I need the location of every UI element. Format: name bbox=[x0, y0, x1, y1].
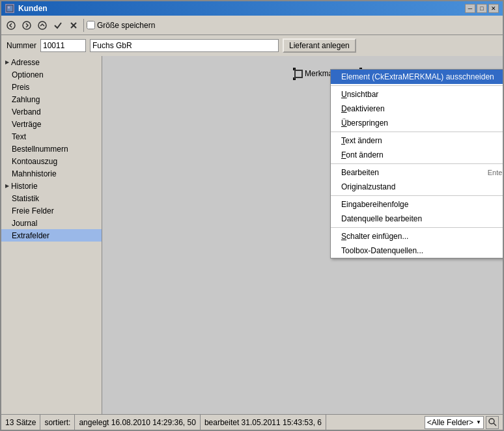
sidebar-item-verband[interactable]: Verband bbox=[1, 105, 102, 118]
ctx-deaktivieren-label: Deaktivieren bbox=[341, 104, 503, 113]
sidebar-item-adresse[interactable]: Adresse bbox=[1, 56, 102, 68]
alle-felder-dropdown[interactable]: <Alle Felder> ▼ bbox=[425, 416, 484, 429]
svg-point-7 bbox=[489, 419, 494, 424]
title-bar-left: Kunden bbox=[5, 4, 48, 13]
ctx-originalzustand-label: Originalzustand bbox=[341, 182, 503, 191]
ctx-schalter-label: Schalter einfügen... bbox=[341, 232, 503, 241]
sidebar-item-bestellnummern[interactable]: Bestellnummern bbox=[1, 143, 102, 155]
dropdown-arrow-icon: ▼ bbox=[476, 419, 481, 425]
ctx-bearbeiten-shortcut: Enter bbox=[488, 169, 503, 176]
optionen-label: Optionen bbox=[12, 70, 44, 79]
verband-label: Verband bbox=[12, 107, 41, 117]
cancel-button[interactable] bbox=[66, 18, 81, 33]
ctx-sep-1 bbox=[331, 85, 503, 86]
main-window: Kunden ─ □ ✕ bbox=[0, 0, 504, 431]
kontoauszug-label: Kontoauszug bbox=[12, 157, 57, 166]
toolbar: Größe speichern bbox=[1, 16, 503, 35]
historie-label: Historie bbox=[11, 182, 38, 191]
confirm-button[interactable] bbox=[51, 18, 65, 33]
ck-extra-merkmal-element[interactable]: Merkmal bbox=[294, 69, 335, 78]
restore-button[interactable]: □ bbox=[477, 4, 487, 13]
sidebar-item-optionen[interactable]: Optionen bbox=[1, 68, 102, 81]
adresse-label: Adresse bbox=[11, 58, 40, 67]
ctx-ueberspringen-label: Überspringen bbox=[341, 118, 503, 128]
svg-point-4 bbox=[38, 21, 46, 29]
sidebar-item-zahlung[interactable]: Zahlung bbox=[1, 93, 102, 105]
sidebar-item-vertraege[interactable]: Verträge bbox=[1, 118, 102, 130]
ctx-eingabereihenfolge[interactable]: Eingabereihenfolge bbox=[331, 197, 503, 212]
ctx-ueberspringen[interactable]: Überspringen bbox=[331, 116, 503, 130]
angelegt-text: angelegt 16.08.2010 14:29:36, 50 bbox=[79, 418, 196, 427]
mahnhistorie-label: Mahnhistorie bbox=[12, 169, 57, 178]
sortiert-label: sortiert: bbox=[44, 418, 70, 427]
ctx-sep-3 bbox=[331, 163, 503, 164]
minimize-button[interactable]: ─ bbox=[465, 4, 475, 13]
toolbar-separator bbox=[83, 19, 84, 32]
close-button[interactable]: ✕ bbox=[488, 4, 499, 13]
ctx-originalzustand[interactable]: Originalzustand bbox=[331, 180, 503, 194]
ctx-sep-5 bbox=[331, 227, 503, 228]
ctx-toolbox-datenquellen[interactable]: Toolbox-Datenquellen... bbox=[331, 243, 503, 258]
svg-line-8 bbox=[494, 423, 496, 426]
merkmal-checkbox[interactable] bbox=[294, 70, 303, 78]
sidebar-item-historie[interactable]: Historie bbox=[1, 180, 102, 192]
name-input[interactable] bbox=[90, 39, 279, 52]
svg-rect-1 bbox=[8, 7, 10, 8]
status-angelegt: angelegt 16.08.2010 14:29:36, 50 bbox=[75, 415, 201, 430]
ctx-text-aendern[interactable]: Text ändern bbox=[331, 133, 503, 148]
bearbeitet-text: bearbeitet 31.05.2011 15:43:53, 6 bbox=[204, 418, 322, 427]
freie-felder-label: Freie Felder bbox=[12, 206, 54, 216]
size-save-input[interactable] bbox=[87, 21, 95, 29]
window-title: Kunden bbox=[18, 4, 48, 13]
extrafelder-label: Extrafelder bbox=[12, 231, 49, 240]
lieferant-anlegen-button[interactable]: Lieferant anlegen bbox=[283, 38, 356, 53]
ctx-toolbox-label: Toolbox-Datenquellen... bbox=[341, 246, 503, 255]
status-bearbeitet: bearbeitet 31.05.2011 15:43:53, 6 bbox=[201, 415, 326, 430]
ctx-font-aendern-label: Font ändern bbox=[341, 150, 503, 160]
back-button[interactable] bbox=[4, 18, 18, 33]
title-buttons: ─ □ ✕ bbox=[465, 4, 499, 13]
status-search-button[interactable] bbox=[486, 416, 499, 429]
ctx-eingabereihenfolge-label: Eingabereihenfolge bbox=[341, 200, 503, 209]
sidebar-item-journal[interactable]: Journal bbox=[1, 217, 102, 229]
nummer-label: Nummer bbox=[7, 41, 36, 50]
ctx-sep-4 bbox=[331, 195, 503, 196]
ctx-text-aendern-label: Text ändern bbox=[341, 136, 503, 145]
text-label: Text bbox=[12, 132, 26, 141]
ctx-datenquelle-bearbeiten[interactable]: Datenquelle bearbeiten bbox=[331, 212, 503, 226]
svg-point-2 bbox=[7, 21, 15, 29]
ctx-unsichtbar[interactable]: Unsichtbar bbox=[331, 87, 503, 102]
preis-label: Preis bbox=[12, 83, 29, 92]
vertraege-label: Verträge bbox=[12, 120, 41, 129]
window-icon bbox=[5, 4, 14, 13]
up-button[interactable] bbox=[35, 18, 49, 33]
nummer-input[interactable] bbox=[40, 39, 86, 52]
sidebar-item-freie-felder[interactable]: Freie Felder bbox=[1, 204, 102, 217]
ctx-schalter-einfuegen[interactable]: Schalter einfügen... bbox=[331, 229, 503, 243]
status-saetze: 13 Sätze bbox=[5, 415, 40, 430]
ctx-font-aendern[interactable]: Font ändern bbox=[331, 148, 503, 162]
forward-button[interactable] bbox=[20, 18, 34, 33]
ctx-sep-2 bbox=[331, 132, 503, 132]
ctx-unsichtbar-label: Unsichtbar bbox=[341, 90, 503, 99]
main-content: Adresse Optionen Preis Zahlung Verband V… bbox=[1, 56, 503, 414]
sidebar-item-preis[interactable]: Preis bbox=[1, 81, 102, 93]
svg-point-3 bbox=[23, 21, 31, 29]
context-menu: Element (CkExtraMERKMAL) ausschneiden Un… bbox=[330, 69, 503, 258]
ctx-ausschneiden-label: Element (CkExtraMERKMAL) ausschneiden bbox=[341, 72, 503, 81]
ctx-ausschneiden[interactable]: Element (CkExtraMERKMAL) ausschneiden bbox=[331, 70, 503, 84]
ctx-bearbeiten[interactable]: Bearbeiten Enter bbox=[331, 165, 503, 180]
sidebar-item-statistik[interactable]: Statistik bbox=[1, 192, 102, 204]
ctx-datenquelle-label: Datenquelle bearbeiten bbox=[341, 214, 503, 223]
sidebar-item-kontoauszug[interactable]: Kontoauszug bbox=[1, 155, 102, 167]
content-panel[interactable]: Merkmal Element (CkExtraMERKMAL) ausschn… bbox=[102, 56, 503, 414]
alle-felder-label: <Alle Felder> bbox=[427, 418, 473, 427]
sidebar-item-text[interactable]: Text bbox=[1, 130, 102, 143]
saetze-text: 13 Sätze bbox=[5, 418, 36, 427]
ctx-bearbeiten-label: Bearbeiten bbox=[341, 168, 488, 177]
sidebar-item-extrafelder[interactable]: Extrafelder bbox=[1, 229, 102, 242]
status-bar: 13 Sätze sortiert: angelegt 16.08.2010 1… bbox=[1, 414, 503, 430]
ctx-deaktivieren[interactable]: Deaktivieren bbox=[331, 102, 503, 116]
size-save-checkbox[interactable]: Größe speichern bbox=[87, 21, 155, 30]
sidebar-item-mahnhistorie[interactable]: Mahnhistorie bbox=[1, 167, 102, 180]
